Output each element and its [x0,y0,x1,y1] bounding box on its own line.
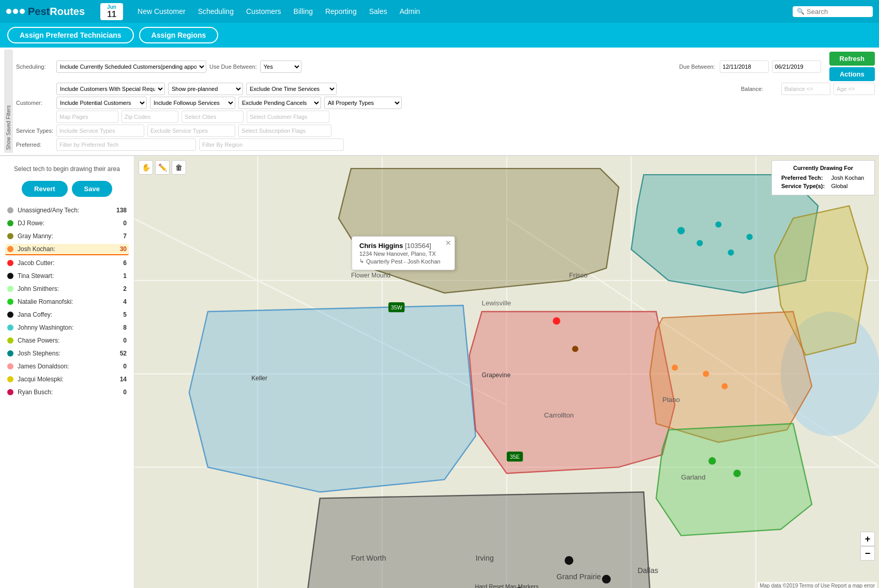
delete-tool-button[interactable]: 🗑 [172,160,186,175]
assign-preferred-technicians-button[interactable]: Assign Preferred Technicians [7,27,134,43]
tech-color-dot [7,376,13,382]
customer-flags-input[interactable] [247,111,329,123]
map-area[interactable]: ✋ ✏️ 🗑 [134,156,879,588]
due-from-input[interactable] [720,60,769,73]
popup-close-button[interactable]: ✕ [445,239,451,247]
save-button[interactable]: Save [72,181,112,197]
nav-search-box[interactable]: 🔍 [793,6,873,17]
select-cities-input[interactable] [181,111,244,123]
tech-name: Jacob Cutter: [18,259,112,267]
balance-lte-input[interactable] [781,83,830,95]
nav-sales[interactable]: Sales [364,5,392,18]
nav-scheduling[interactable]: Scheduling [193,5,239,18]
pending-cancels-select[interactable]: Exclude Pending Cancels [238,97,321,109]
tech-item[interactable]: Ryan Busch:0 [5,387,129,397]
sidebar-buttons: Revert Save [5,181,129,197]
tech-item[interactable]: DJ Rowe:0 [5,218,129,228]
tech-count: 1 [116,272,127,280]
logo-area: PestRoutes [6,6,85,18]
popup-customer-id: [103564] [405,242,431,250]
nav-customers[interactable]: Customers [241,5,286,18]
scheduling-select-2[interactable]: Include Customers With Special Reque… [56,83,165,95]
nav-new-customer[interactable]: New Customer [132,5,191,18]
zoom-in-button[interactable]: + [860,532,875,546]
drawing-panel-service-row: Service Type(s): Global [779,182,867,190]
drawing-panel-title: Currently Drawing For [778,165,868,171]
preferred-tech-input[interactable] [56,138,196,151]
tech-item[interactable]: Johnny Washington:8 [5,322,129,333]
property-types-select[interactable]: All Property Types [324,97,402,109]
popup-customer-name: Chris Higgins [359,242,403,250]
scheduling-row-2: Include Customers With Special Reque… Sh… [16,83,875,95]
tech-name: Johnny Washington: [18,324,112,331]
show-preplanned-select[interactable]: Show pre-planned [168,83,243,95]
tech-count: 0 [116,389,127,396]
preferred-label: Preferred: [16,142,53,148]
tech-color-dot [7,260,13,266]
preferred-tech-label: Preferred Tech: [779,174,828,181]
logo-dots [6,9,25,14]
drawing-panel: Currently Drawing For Preferred Tech: Jo… [771,160,875,195]
tech-count: 7 [116,233,127,240]
drawing-panel-tech-row: Preferred Tech: Josh Kochan [779,174,867,181]
followup-services-select[interactable]: Include Followup Services [150,97,235,109]
zoom-out-button[interactable]: − [860,546,875,561]
tech-color-dot [7,337,13,344]
tech-item[interactable]: Natalie Romanofski:4 [5,297,129,307]
tech-name: John Smithers: [18,285,112,292]
tech-item[interactable]: James Donaldson:0 [5,361,129,372]
tech-count: 2 [116,285,127,292]
tech-item[interactable]: Tina Stewart:1 [5,271,129,281]
zip-codes-input[interactable] [122,111,178,123]
tech-item[interactable]: Chase Powers:0 [5,335,129,346]
logo-text: PestRoutes [28,6,85,18]
due-to-input[interactable] [772,60,821,73]
nav-admin[interactable]: Admin [395,5,426,18]
hard-reset-link[interactable]: Hard Reset Map Markers [475,583,539,588]
tech-item[interactable]: Jacob Cutter:6 [5,258,129,268]
tech-count: 6 [116,259,127,267]
search-input[interactable] [807,8,869,16]
use-due-between-select[interactable]: Yes [260,60,301,73]
map-pages-input[interactable] [56,111,118,123]
saved-filters-label[interactable]: Show Saved Filters [4,50,13,153]
tech-item[interactable]: John Smithers:2 [5,284,129,294]
scheduling-row-1: Scheduling: Include Currently Scheduled … [16,52,875,81]
subscription-flags-input[interactable] [238,125,331,137]
scheduling-select-1[interactable]: Include Currently Scheduled Customers(pe… [56,60,206,73]
age-lte-input[interactable] [833,83,875,95]
map-popup: ✕ Chris Higgins [103564] 1234 New Hanove… [352,236,455,270]
tech-color-dot [7,286,13,292]
actions-button[interactable]: Actions [829,67,875,81]
revert-button[interactable]: Revert [22,181,67,197]
svg-text:Grapevine: Grapevine [482,372,511,379]
balance-area: Balance: [741,83,875,95]
tech-item[interactable]: Josh Kochan:30 [5,244,129,255]
logo-routes: Routes [50,6,85,17]
potential-customers-select[interactable]: Include Potential Customers [56,97,147,109]
draw-tool-button[interactable]: ✏️ [155,160,170,175]
refresh-button[interactable]: Refresh [829,52,875,66]
exclude-one-time-select[interactable]: Exclude One Time Services [246,83,337,95]
exclude-service-types-input[interactable] [147,125,235,137]
nav-date-box[interactable]: Jun 11 [100,3,123,20]
tech-item[interactable]: Unassigned/Any Tech:138 [5,205,129,215]
map-svg: Lewisville Flower Mound Frisco Carrollto… [134,156,879,588]
tech-item[interactable]: Gray Manny:7 [5,231,129,241]
hand-tool-button[interactable]: ✋ [139,160,153,175]
include-service-types-input[interactable] [56,125,144,137]
svg-point-28 [703,370,709,377]
nav-reporting[interactable]: Reporting [320,5,362,18]
svg-point-24 [715,221,721,227]
nav-billing[interactable]: Billing [289,5,318,18]
tech-color-dot [7,273,13,279]
tech-color-dot [7,246,13,252]
tech-name: Josh Stephens: [18,350,112,357]
assign-regions-button[interactable]: Assign Regions [139,27,219,43]
popup-title: Chris Higgins [103564] [359,242,447,250]
filter-region-input[interactable] [199,138,344,151]
tech-item[interactable]: Josh Stephens:52 [5,348,129,359]
tech-item[interactable]: Jana Coffey:5 [5,310,129,320]
tech-item[interactable]: Jacqui Molespki:14 [5,374,129,384]
tech-name: Natalie Romanofski: [18,298,112,305]
